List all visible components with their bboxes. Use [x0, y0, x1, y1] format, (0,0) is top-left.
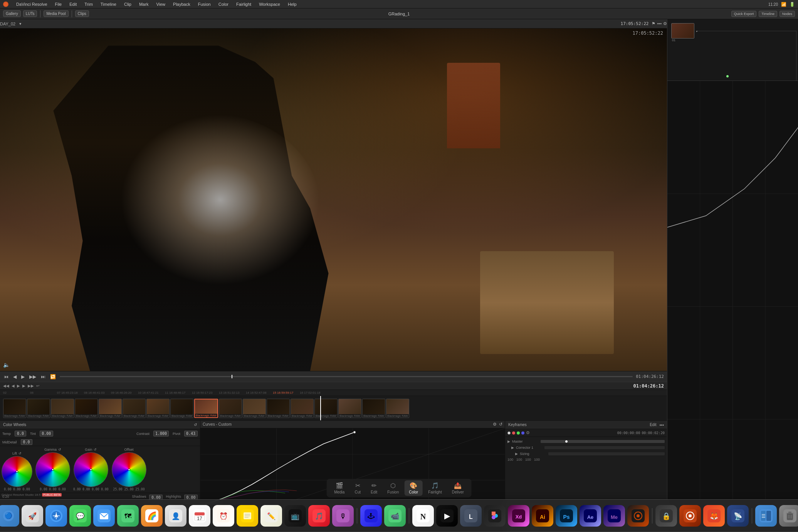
- clips-button[interactable]: Clips: [75, 10, 89, 17]
- kf-more-icon[interactable]: •••: [659, 423, 664, 427]
- timeline-clip-15[interactable]: Blackmagic RAW: [338, 399, 361, 418]
- kf-corrector-bar[interactable]: [544, 446, 665, 449]
- tint-input[interactable]: [40, 431, 53, 436]
- menu-item-color[interactable]: Color: [217, 2, 230, 7]
- dock-illustrator[interactable]: Ai: [532, 505, 553, 527]
- timeline-clip-11[interactable]: Blackmagic RAW: [243, 399, 266, 418]
- dock-messages[interactable]: 💬: [69, 505, 91, 527]
- flag-icon[interactable]: ⚑: [652, 21, 655, 26]
- contrast-input[interactable]: [153, 431, 169, 436]
- timeline-clip-5[interactable]: Blackmagic RAW: [99, 399, 122, 418]
- dock-proxyman2[interactable]: 📡: [727, 505, 749, 527]
- lift-reset-icon[interactable]: ↺: [18, 451, 22, 455]
- menu-item-workspace[interactable]: Workspace: [257, 2, 282, 7]
- timeline-clip-16[interactable]: Blackmagic RAW: [362, 399, 385, 418]
- dock-capcut[interactable]: ▶: [436, 505, 458, 527]
- curves-settings-icon[interactable]: ⚙: [493, 422, 497, 427]
- dock-photoshop[interactable]: Ps: [556, 505, 577, 527]
- timeline-clip-12[interactable]: Blackmagic RAW: [267, 399, 290, 418]
- playhead-bar[interactable]: [60, 376, 633, 377]
- prev-frame-button[interactable]: ◀: [12, 373, 17, 380]
- menu-item-edit[interactable]: Edit: [68, 2, 78, 7]
- play-button[interactable]: ▶: [20, 373, 25, 380]
- timeline-clip-selected[interactable]: Blackmagic RAW: [194, 399, 218, 418]
- dock-lasso[interactable]: L: [460, 505, 482, 527]
- gain-reset-icon[interactable]: ↺: [94, 448, 97, 451]
- menu-item-file[interactable]: File: [54, 2, 64, 7]
- gallery-button[interactable]: Gallery: [3, 10, 21, 17]
- tab-deliver[interactable]: 📤 Deliver: [447, 480, 469, 496]
- settings-icon[interactable]: ⚙: [663, 21, 667, 26]
- timeline-clip-17[interactable]: Blackmagic RAW: [386, 399, 409, 418]
- menu-item-davinci[interactable]: DaVinci Resolve: [15, 2, 49, 7]
- dock-reminders[interactable]: ⏰: [213, 505, 234, 527]
- menu-item-trim[interactable]: Trim: [83, 2, 94, 7]
- nodes-button[interactable]: Nodes: [780, 11, 795, 17]
- dock-figma[interactable]: [484, 505, 506, 527]
- gamma-wheel[interactable]: [35, 452, 70, 487]
- dock-mail[interactable]: [93, 505, 115, 527]
- dock-safari[interactable]: [45, 505, 67, 527]
- dock-maps[interactable]: 🗺: [117, 505, 139, 527]
- temp-input[interactable]: [15, 431, 26, 436]
- tab-color[interactable]: 🎨 Color: [404, 480, 423, 496]
- tab-media[interactable]: 🎬 Media: [329, 480, 349, 496]
- mid-detail-input[interactable]: [21, 439, 32, 445]
- kf-edit-label[interactable]: Edit: [650, 423, 656, 427]
- loop-button[interactable]: 🔁: [49, 373, 57, 380]
- dock-omnifocus[interactable]: [679, 505, 701, 527]
- timeline-clip-13[interactable]: Blackmagic RAW: [291, 399, 314, 418]
- menu-item-mark[interactable]: Mark: [138, 2, 150, 7]
- pivot-input[interactable]: [184, 431, 198, 436]
- dock-xd[interactable]: Xd: [508, 505, 529, 527]
- kf-master-bar[interactable]: [541, 440, 665, 443]
- tab-edit[interactable]: ✏ Edit: [366, 480, 382, 496]
- tab-fairlight[interactable]: 🎵 Fairlight: [423, 480, 447, 496]
- volume-icon[interactable]: 🔈: [3, 362, 10, 368]
- quick-export-button[interactable]: Quick Export: [731, 11, 757, 17]
- kf-sizing-bar[interactable]: [548, 452, 665, 455]
- lift-wheel[interactable]: [2, 456, 32, 487]
- timeline-clip-10[interactable]: Blackmagic RAW: [219, 399, 242, 418]
- dock-resolve[interactable]: [627, 505, 649, 527]
- dock-media-encoder[interactable]: Me: [603, 505, 625, 527]
- dock-freeform[interactable]: ✏️: [260, 505, 282, 527]
- menu-item-view[interactable]: View: [155, 2, 167, 7]
- timeline-button[interactable]: Timeline: [759, 11, 777, 17]
- dropdown-icon[interactable]: ▼: [18, 22, 22, 26]
- menu-item-clip[interactable]: Clip: [123, 2, 133, 7]
- tab-cut[interactable]: ✂ Cut: [350, 480, 365, 496]
- dock-finder-2[interactable]: ☰: [755, 505, 777, 527]
- timeline-clip-2[interactable]: Blackmagic RAW: [27, 399, 50, 418]
- node-thumbnail[interactable]: [671, 23, 694, 39]
- tl-play-button[interactable]: ▶: [17, 384, 20, 388]
- more-icon[interactable]: •••: [657, 21, 662, 26]
- dock-gitlab[interactable]: 🦊: [703, 505, 725, 527]
- goto-start-button[interactable]: ⏮: [3, 373, 9, 380]
- timeline-clip-7[interactable]: Blackmagic RAW: [146, 399, 170, 418]
- timeline-clip-3[interactable]: Blackmagic RAW: [51, 399, 74, 418]
- dock-podcasts[interactable]: 🎙: [332, 505, 354, 527]
- dock-facetime[interactable]: 📹: [384, 505, 406, 527]
- dock-launchpad[interactable]: 🚀: [22, 505, 43, 527]
- offset-wheel[interactable]: [112, 452, 146, 487]
- dock-notion[interactable]: N: [412, 505, 434, 527]
- gamma-reset-icon[interactable]: ↺: [58, 448, 61, 451]
- dock-appletv[interactable]: 📺: [284, 505, 306, 527]
- tl-next-button[interactable]: ▶: [22, 384, 25, 388]
- dock-arcade[interactable]: 🕹: [360, 505, 382, 527]
- dock-photos[interactable]: 🌈: [141, 505, 163, 527]
- menu-item-fusion[interactable]: Fusion: [197, 2, 212, 7]
- dock-finder[interactable]: 🔵: [0, 505, 19, 527]
- timeline-clip-4[interactable]: Blackmagic RAW: [75, 399, 98, 418]
- tl-prev-button[interactable]: ◀: [12, 384, 15, 388]
- dock-notes[interactable]: [237, 505, 258, 527]
- menu-item-fairlight[interactable]: Fairlight: [235, 2, 253, 7]
- tl-back-button[interactable]: ◀◀: [3, 384, 9, 388]
- next-frame-button[interactable]: ▶▶: [29, 373, 37, 380]
- dock-contacts[interactable]: 👤: [165, 505, 186, 527]
- gain-wheel[interactable]: [74, 452, 108, 487]
- dock-ae[interactable]: Ae: [580, 505, 601, 527]
- menu-item-playback[interactable]: Playback: [171, 2, 192, 7]
- timeline-clip-6[interactable]: Blackmagic RAW: [123, 399, 146, 418]
